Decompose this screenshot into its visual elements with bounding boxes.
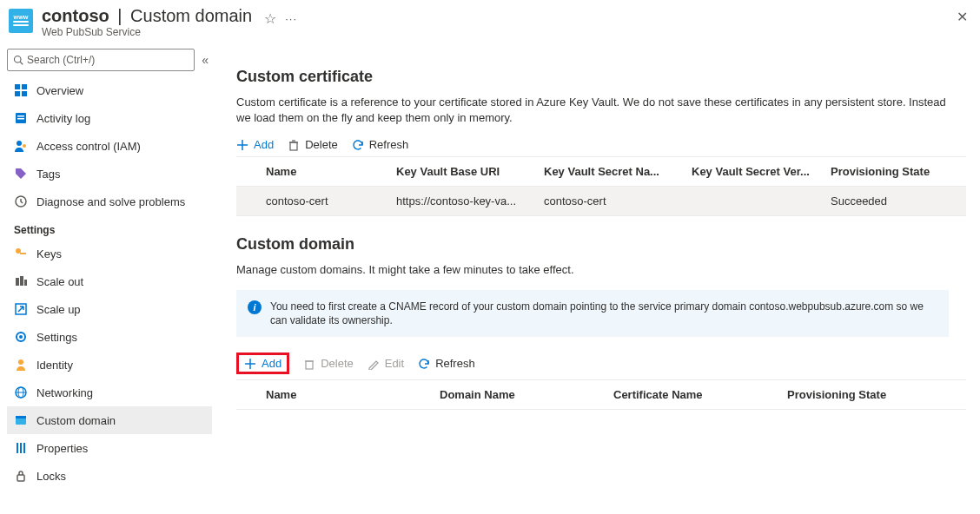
col-header[interactable]: Name (266, 388, 440, 401)
domain-add-button[interactable]: Add (244, 357, 281, 370)
service-type: Web PubSub Service (42, 26, 252, 38)
col-header[interactable]: Key Vault Base URI (396, 165, 544, 178)
tags-icon (14, 167, 28, 181)
page-title: contoso | Custom domain (42, 5, 252, 26)
scale-out-icon (14, 274, 28, 288)
cell: contoso-cert (266, 194, 396, 208)
domain-delete-button: Delete (303, 357, 354, 370)
svg-rect-3 (22, 84, 27, 89)
button-label: Delete (305, 138, 338, 151)
svg-point-10 (23, 144, 26, 148)
cert-table-header: Name Key Vault Base URI Key Vault Secret… (236, 157, 966, 187)
svg-point-19 (19, 335, 23, 339)
custom-domain-icon (14, 413, 28, 427)
sidebar-item-tags[interactable]: Tags (7, 160, 212, 188)
close-icon[interactable]: ✕ (957, 9, 968, 25)
search-input[interactable]: Search (Ctrl+/) (7, 49, 195, 71)
button-label: Edit (385, 357, 404, 370)
sidebar-item-diagnose[interactable]: Diagnose and solve problems (7, 188, 212, 215)
sidebar-item-scale-up[interactable]: Scale up (7, 295, 212, 323)
sidebar-item-custom-domain[interactable]: Custom domain (7, 406, 212, 434)
col-header[interactable]: Name (266, 165, 396, 178)
search-icon (13, 55, 23, 65)
page-header: WWW contoso | Custom domain Web PubSub S… (0, 0, 980, 45)
search-placeholder: Search (Ctrl+/) (27, 54, 95, 66)
plus-icon (244, 358, 256, 370)
sidebar-item-locks[interactable]: Locks (7, 462, 212, 490)
col-header[interactable]: Provisioning State (831, 165, 959, 178)
sidebar-item-label: Scale out (36, 275, 83, 288)
cell: https://contoso-key-va... (396, 194, 544, 208)
cert-refresh-button[interactable]: Refresh (352, 138, 409, 151)
more-icon[interactable]: ··· (285, 12, 297, 25)
sidebar-item-settings[interactable]: Settings (7, 323, 212, 351)
refresh-icon (418, 358, 430, 370)
button-label: Refresh (435, 357, 475, 370)
button-label: Delete (321, 357, 354, 370)
button-label: Add (254, 138, 274, 151)
col-header[interactable]: Certificate Name (613, 388, 787, 401)
svg-rect-25 (16, 416, 26, 418)
info-icon: i (248, 300, 262, 314)
sidebar-item-label: Networking (36, 386, 93, 399)
cert-add-button[interactable]: Add (236, 138, 274, 151)
svg-point-0 (15, 56, 22, 63)
svg-point-20 (18, 359, 23, 365)
log-icon (14, 111, 28, 125)
domain-table-header: Name Domain Name Certificate Name Provis… (236, 380, 966, 410)
sidebar-item-label: Activity log (36, 112, 90, 125)
svg-rect-14 (16, 278, 19, 286)
sidebar-item-activity-log[interactable]: Activity log (7, 104, 212, 132)
domain-refresh-button[interactable]: Refresh (418, 357, 475, 370)
refresh-icon (352, 139, 364, 151)
sidebar-item-identity[interactable]: Identity (7, 351, 212, 379)
domain-section-title: Custom domain (236, 235, 966, 254)
collapse-sidebar-icon[interactable]: « (202, 53, 209, 67)
scale-up-icon (14, 302, 28, 316)
sidebar-item-properties[interactable]: Properties (7, 434, 212, 462)
sidebar-item-networking[interactable]: Networking (7, 379, 212, 406)
sidebar-group-settings: Settings (7, 215, 215, 240)
sidebar-item-scale-out[interactable]: Scale out (7, 267, 212, 295)
sidebar-item-iam[interactable]: Access control (IAM) (7, 132, 212, 160)
col-header[interactable]: Domain Name (440, 388, 613, 401)
domain-table: Name Domain Name Certificate Name Provis… (236, 379, 966, 410)
overview-icon (14, 83, 28, 97)
cert-table: Name Key Vault Base URI Key Vault Secret… (236, 156, 966, 216)
col-header[interactable]: Key Vault Secret Na... (544, 165, 692, 178)
keys-icon (14, 247, 28, 260)
col-header[interactable]: Key Vault Secret Ver... (692, 165, 831, 178)
favorite-star-icon[interactable]: ☆ (264, 10, 276, 27)
sidebar-item-label: Overview (36, 84, 83, 97)
cert-delete-button[interactable]: Delete (288, 138, 338, 151)
svg-rect-32 (290, 142, 297, 150)
sidebar-item-label: Keys (36, 247, 62, 260)
sidebar-item-overview[interactable]: Overview (7, 76, 212, 104)
networking-icon (14, 386, 28, 399)
info-text: You need to first create a CNAME record … (270, 300, 937, 327)
col-header[interactable]: Provisioning State (787, 388, 959, 401)
svg-rect-2 (15, 84, 20, 89)
svg-rect-37 (306, 361, 313, 369)
svg-rect-5 (22, 91, 27, 96)
plus-icon (236, 139, 248, 151)
sidebar-item-label: Custom domain (36, 414, 116, 427)
page-name: Custom domain (130, 6, 252, 25)
trash-icon (303, 358, 315, 370)
cert-table-row[interactable]: contoso-cert https://contoso-key-va... c… (236, 187, 966, 216)
resource-name: contoso (42, 6, 109, 25)
lock-icon (14, 469, 28, 483)
highlight-annotation: Add (236, 353, 289, 374)
svg-rect-27 (20, 443, 22, 453)
svg-point-9 (17, 141, 22, 146)
sidebar-item-label: Tags (36, 168, 60, 181)
cert-section-desc: Custom certificate is a reference to you… (236, 95, 949, 126)
properties-icon (14, 441, 28, 455)
svg-rect-15 (20, 276, 23, 286)
svg-rect-4 (15, 91, 20, 96)
sidebar-item-keys[interactable]: Keys (7, 240, 212, 267)
main-content: Custom certificate Custom certificate is… (215, 45, 980, 514)
button-label: Add (262, 357, 281, 370)
pencil-icon (368, 358, 380, 370)
svg-rect-8 (17, 118, 24, 120)
